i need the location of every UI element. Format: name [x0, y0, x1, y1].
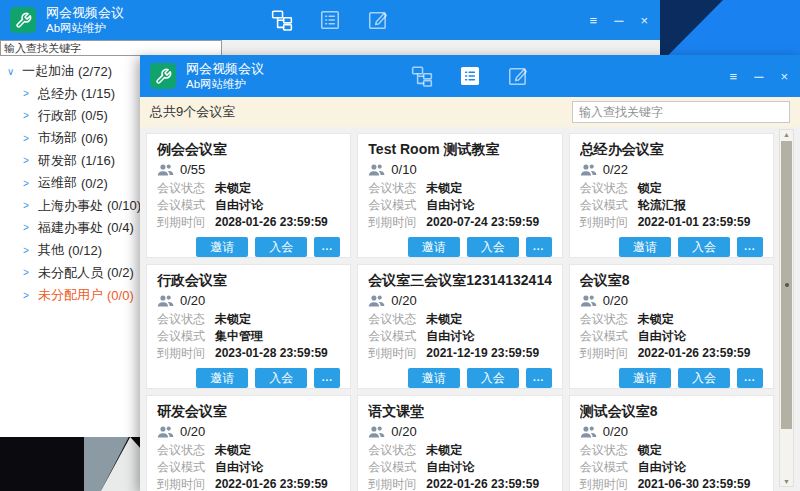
tree-item-label: 总经办 — [38, 85, 77, 103]
more-button[interactable]: ... — [314, 368, 340, 388]
mode-value: 自由讨论 — [215, 197, 263, 214]
org-tree: ∨ 一起加油 (2/72) > 总经办 (1/15) > 行政部 (0/5) >… — [7, 60, 140, 306]
status-value: 未锁定 — [426, 442, 462, 459]
org-tree-icon[interactable] — [411, 65, 433, 87]
mode-label: 会议模式 — [368, 459, 426, 476]
titlebar-toolbar — [411, 55, 529, 97]
people-icon — [157, 294, 174, 308]
expire-label: 到期时间 — [368, 345, 426, 362]
expire-value: 2022-01-26 23:59:59 — [215, 476, 328, 491]
expire-value: 2022-01-01 23:59:59 — [638, 214, 751, 231]
tree-chevron-icon[interactable]: > — [23, 290, 38, 301]
tree-item[interactable]: > 其他 (0/12) — [7, 239, 140, 261]
room-occupancy: 0/20 — [603, 293, 628, 308]
room-list-icon[interactable] — [319, 9, 341, 31]
room-occupancy: 0/20 — [391, 424, 416, 439]
close-button[interactable]: × — [640, 14, 648, 27]
room-title: 测试会议室8 — [580, 403, 763, 421]
room-title: 总经办会议室 — [580, 141, 763, 159]
tree-item[interactable]: > 市场部 (0/6) — [7, 127, 140, 149]
compose-icon[interactable] — [507, 65, 529, 87]
tree-item[interactable]: > 运维部 (0/2) — [7, 172, 140, 194]
join-button[interactable]: 入会 — [678, 368, 730, 388]
join-button[interactable]: 入会 — [678, 237, 730, 257]
tree-item-count: (0/5) — [81, 108, 108, 123]
more-button[interactable]: ... — [526, 237, 552, 257]
room-occupancy: 0/20 — [180, 424, 205, 439]
tree-item[interactable]: > 未分配人员 (0/2) — [7, 262, 140, 284]
room-occupancy: 0/55 — [180, 162, 205, 177]
tree-item[interactable]: > 行政部 (0/5) — [7, 105, 140, 127]
room-occupancy: 0/20 — [603, 424, 628, 439]
minimize-button[interactable]: ─ — [754, 70, 763, 83]
tree-chevron-icon[interactable]: > — [23, 245, 38, 256]
org-tree-icon[interactable] — [271, 9, 293, 31]
join-button[interactable]: 入会 — [255, 237, 307, 257]
scrollbar[interactable]: ▲ ▼ — [779, 129, 794, 487]
room-card: 测试会议室8 0/20 会议状态 锁定 会议模式 自由讨论 — [569, 395, 774, 491]
titlebar[interactable]: 网会视频会议 Ab网站维护 ≡ ─ × — [0, 0, 660, 40]
tree-chevron-icon[interactable]: > — [23, 267, 38, 278]
room-search-input[interactable] — [572, 101, 790, 123]
app-title: 网会视频会议 — [46, 5, 124, 21]
tree-search-input[interactable] — [0, 40, 222, 56]
tree-item-label: 未分配人员 — [38, 264, 103, 282]
invite-button[interactable]: 邀请 — [619, 368, 671, 388]
tree-chevron-icon[interactable]: > — [23, 178, 38, 189]
status-value: 锁定 — [638, 442, 662, 459]
scroll-up-icon[interactable]: ▲ — [780, 131, 793, 138]
tree-item[interactable]: > 研发部 (1/16) — [7, 150, 140, 172]
titlebar[interactable]: 网会视频会议 Ab网站维护 ≡ ─ × — [140, 55, 800, 97]
app-title: 网会视频会议 — [186, 61, 264, 77]
join-button[interactable]: 入会 — [467, 368, 519, 388]
status-label: 会议状态 — [157, 442, 215, 459]
room-cards-grid: 例会会议室 0/55 会议状态 未锁定 会议模式 自由讨论 — [140, 127, 800, 491]
tree-item[interactable]: > 上海办事处 (0/10) — [7, 194, 140, 216]
tree-item-label: 研发部 — [38, 152, 77, 170]
tree-chevron-icon[interactable]: > — [23, 88, 38, 99]
tree-item-count: (0/12) — [68, 243, 102, 258]
join-button[interactable]: 入会 — [467, 237, 519, 257]
desktop-wallpaper-top-right — [660, 0, 800, 55]
tree-chevron-icon[interactable]: > — [23, 110, 38, 121]
expire-value: 2022-01-26 23:59:59 — [638, 345, 751, 362]
wrench-icon — [155, 68, 172, 85]
tree-chevron-icon[interactable]: > — [23, 200, 38, 211]
more-button[interactable]: ... — [314, 237, 340, 257]
tree-chevron-icon[interactable]: ∨ — [7, 66, 22, 77]
more-button[interactable]: ... — [737, 368, 763, 388]
room-list-icon[interactable] — [459, 65, 481, 87]
minimize-button[interactable]: ─ — [614, 14, 623, 27]
invite-button[interactable]: 邀请 — [619, 237, 671, 257]
tree-item-label: 行政部 — [38, 107, 77, 125]
expire-value: 2021-12-19 23:59:59 — [426, 345, 539, 362]
join-button[interactable]: 入会 — [255, 368, 307, 388]
tree-item[interactable]: > 总经办 (1/15) — [7, 82, 140, 104]
room-occupancy: 0/22 — [603, 162, 628, 177]
more-button[interactable]: ... — [526, 368, 552, 388]
status-label: 会议状态 — [368, 442, 426, 459]
scroll-down-icon[interactable]: ▼ — [780, 478, 793, 485]
status-label: 会议状态 — [368, 311, 426, 328]
tree-item[interactable]: > 福建办事处 (0/4) — [7, 217, 140, 239]
compose-icon[interactable] — [367, 9, 389, 31]
invite-button[interactable]: 邀请 — [196, 237, 248, 257]
expire-label: 到期时间 — [580, 345, 638, 362]
scrollbar-thumb[interactable] — [781, 141, 792, 429]
close-button[interactable]: × — [780, 70, 788, 83]
tree-item[interactable]: > 未分配用户 (0/0) — [7, 284, 140, 306]
tree-chevron-icon[interactable]: > — [23, 222, 38, 233]
invite-button[interactable]: 邀请 — [196, 368, 248, 388]
tree-chevron-icon[interactable]: > — [23, 155, 38, 166]
more-button[interactable]: ... — [737, 237, 763, 257]
menu-button[interactable]: ≡ — [590, 14, 598, 27]
invite-button[interactable]: 邀请 — [408, 237, 460, 257]
tree-item-label: 未分配用户 — [38, 286, 103, 304]
tree-chevron-icon[interactable]: > — [23, 133, 38, 144]
tree-item[interactable]: ∨ 一起加油 (2/72) — [7, 60, 140, 82]
window-controls: ≡ ─ × — [730, 55, 788, 97]
menu-button[interactable]: ≡ — [730, 70, 738, 83]
people-icon — [157, 425, 174, 439]
invite-button[interactable]: 邀请 — [408, 368, 460, 388]
expire-value: 2022-01-26 23:59:59 — [426, 476, 539, 491]
